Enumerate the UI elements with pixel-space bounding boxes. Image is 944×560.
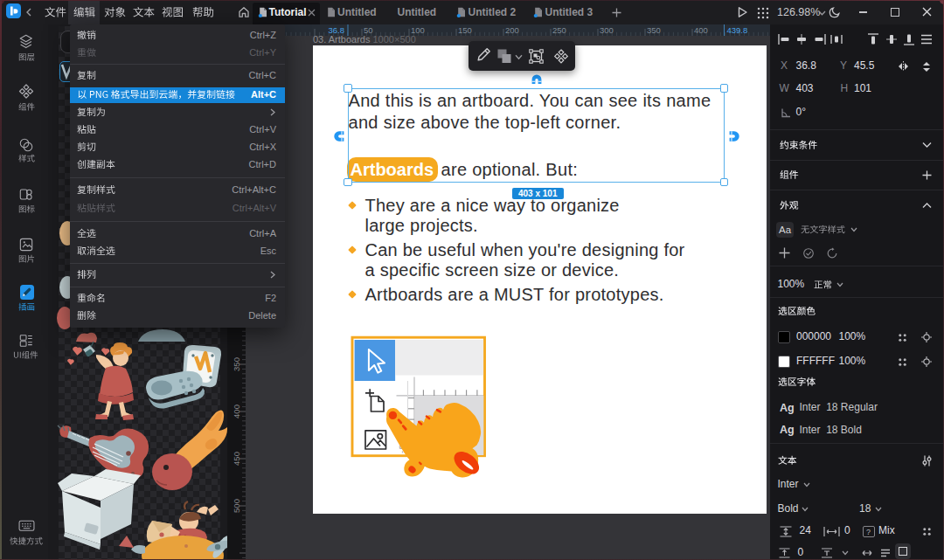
svg-text:350: 350 xyxy=(232,357,241,371)
svg-text:450: 450 xyxy=(232,452,241,466)
svg-text:400: 400 xyxy=(232,404,241,418)
svg-text:500: 500 xyxy=(232,499,241,513)
